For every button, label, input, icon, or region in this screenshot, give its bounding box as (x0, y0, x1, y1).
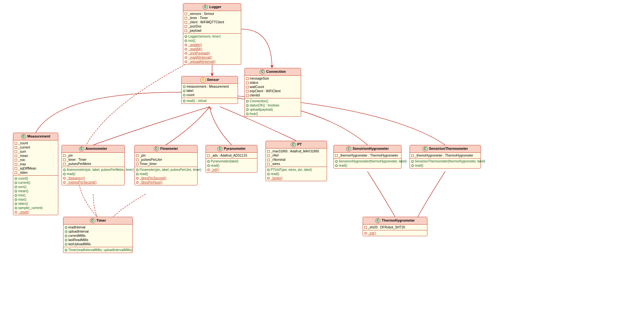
class-header-timer: CTimer (63, 217, 132, 225)
vis-icon (267, 173, 270, 175)
method-text: stdev() (18, 202, 28, 205)
method-item: read() (335, 163, 400, 168)
attribute-text: _max (18, 162, 26, 166)
attribute-item: count (183, 93, 236, 97)
vis-icon (63, 177, 66, 180)
stereotype-icon-sensirionthermometer: C (423, 146, 428, 151)
attribute-text: status (250, 81, 258, 84)
class-header-logger: CLogger (183, 4, 241, 11)
attribute-text: espClient : WiFiClient (250, 89, 281, 93)
methods-section-measurement: count()current()sum()mean()min()max()std… (13, 176, 58, 215)
methods-section-timer: Timer(readIntervalMillis, uploadInterval… (63, 247, 132, 253)
attribute-item: _pin (136, 153, 196, 158)
stereotype-icon-anemometer: C (79, 146, 84, 151)
method-text: upload(payload) (250, 108, 273, 111)
attribute-item: _client : WiFiMQTTClient (185, 20, 240, 24)
method-item: _init() (364, 231, 426, 235)
vis-icon (411, 154, 414, 157)
class-timer: CTimerreadIntervaluploadIntervalcurrentM… (63, 217, 133, 253)
method-text: Anemometer(pin, label, pulsesPerMetre, t… (67, 168, 134, 171)
vis-icon (136, 181, 139, 184)
vis-icon (15, 159, 17, 161)
method-item: sample(_current) (15, 206, 57, 210)
class-pyranometer: CPyranometer_ads : Adafruit_ADS1115Pyran… (206, 145, 257, 173)
attribute-item: uploadInterval (65, 229, 131, 234)
vis-icon (136, 159, 139, 161)
vis-icon (185, 44, 187, 46)
method-item: _litresPerHour() (136, 180, 196, 184)
vis-icon (267, 159, 270, 161)
attribute-text: _pulsesPerLitre (140, 158, 162, 161)
method-text: _printPayload() (188, 51, 210, 55)
vis-icon (185, 61, 187, 63)
method-item: min() (15, 193, 57, 197)
class-header-thermohygrometer: CThermoHygrometer (363, 217, 427, 225)
attributes-section-thermohygrometer: _sht20 : DFRobot_SHT20 (363, 225, 427, 230)
method-text: Flowmeter(pin, label, pulsesPerLitre, ti… (140, 168, 201, 171)
attribute-item: _sht20 : DFRobot_SHT20 (364, 225, 426, 229)
method-text: read() (67, 172, 75, 176)
attribute-text: _ads : Adafruit_ADS1115 (211, 154, 247, 157)
vis-icon (65, 249, 67, 251)
vis-icon (335, 164, 338, 167)
vis-icon (185, 35, 187, 38)
diagram-container: CLogger_sensors : Sensor_timer : Timer_c… (0, 0, 644, 309)
method-item: _readAll() (185, 47, 240, 51)
attribute-text: count (186, 93, 194, 97)
attribute-item: _min (15, 158, 57, 162)
class-header-pyranometer: CPyranometer (206, 145, 257, 153)
vis-icon (136, 163, 139, 165)
methods-section-logger: Logger(sensors, timer)run();_update()_re… (183, 34, 241, 64)
method-item: sum() (15, 185, 57, 189)
class-name-logger: Logger (209, 5, 221, 9)
method-text: _metresPerSecond() (67, 181, 96, 184)
method-item: count() (15, 176, 57, 181)
class-measurement: CMeasurement_count_current_sum_mean_min_… (13, 133, 58, 215)
attribute-text: _sht20 : DFRobot_SHT20 (368, 226, 405, 229)
attribute-text: uploadInterval (68, 230, 89, 233)
vis-icon (246, 86, 249, 88)
method-item: stdev() (15, 202, 57, 206)
attribute-item: _count (15, 141, 57, 145)
attribute-item: espClient : WiFiClient (246, 89, 299, 93)
attribute-text: _themoHygrometer : ThermoHygrometer (415, 154, 473, 157)
method-text: min() (18, 193, 26, 197)
stereotype-icon-thermohygrometer: C (375, 218, 380, 223)
class-sensirionthermometer: CSensirionThermometer_themoHygrometer : … (410, 145, 481, 169)
methods-section-thermohygrometer: _init() (363, 230, 427, 236)
method-text: Pyranometer(label) (211, 160, 238, 163)
attribute-item: _sum (15, 149, 57, 154)
method-item: _metresPerSecond() (63, 180, 123, 184)
method-item: read() (207, 163, 256, 168)
attribute-item: currentMillis (65, 234, 131, 238)
attribute-text: readInterval (68, 226, 85, 229)
attribute-item: _pulsesPerLitre (136, 158, 196, 162)
method-item: _readAtInterval() (185, 55, 240, 60)
vis-icon (246, 94, 249, 97)
vis-icon (15, 163, 17, 166)
attribute-text: _sum (18, 150, 26, 153)
vis-icon (63, 154, 66, 157)
method-text: run(); (188, 39, 196, 42)
method-text: _readAll() (188, 47, 202, 51)
vis-icon (15, 198, 17, 201)
vis-icon (185, 25, 187, 28)
vis-icon (364, 226, 367, 229)
method-item: mean() (15, 189, 57, 193)
vis-icon (136, 173, 139, 175)
method-text: _frequency() (67, 176, 85, 180)
attribute-item: _rNominal (267, 158, 325, 162)
attribute-item: _current (15, 145, 57, 149)
svg-marker-0 (210, 73, 214, 76)
attributes-section-sensirionhygrometer: _thermoHygrometer : ThermoHygrometer (334, 153, 401, 159)
attributes-section-pyranometer: _ads : Adafruit_ADS1115 (206, 153, 257, 159)
vis-icon (183, 85, 186, 88)
vis-icon (65, 243, 67, 246)
vis-icon (185, 17, 187, 19)
class-header-sensor: ASensor (182, 76, 238, 84)
method-text: sample(_current) (18, 206, 43, 210)
attribute-item: _mean (15, 154, 57, 158)
attribute-text: label (186, 89, 193, 93)
attributes-section-flowmeter: _pin_pulsesPerLitreTimer_timer (135, 153, 197, 167)
attribute-text: _jsonDoc (188, 25, 202, 28)
